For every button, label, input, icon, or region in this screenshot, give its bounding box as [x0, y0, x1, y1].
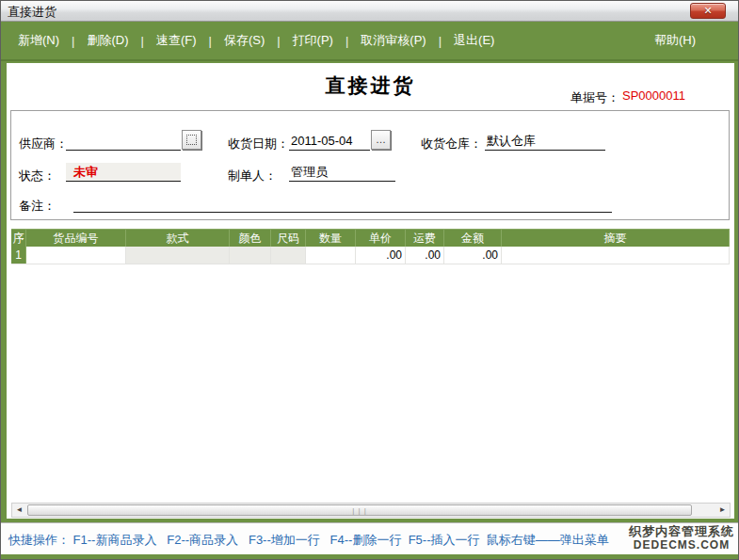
grid-cell[interactable] — [26, 247, 126, 264]
dotted-square-icon — [186, 135, 197, 145]
app-window: 直接进货 ✕ 新增(N)|删除(D)|速查(F)|保存(S)|打印(P)|取消审… — [0, 0, 739, 560]
close-button[interactable]: ✕ — [690, 3, 726, 19]
close-icon: ✕ — [703, 5, 712, 16]
watermark: 织梦内容管理系统 DEDECMS.COM — [629, 525, 734, 552]
toolbar-button-cancel-audit[interactable]: 取消审核(P) — [361, 32, 426, 49]
toolbar-button-save[interactable]: 保存(S) — [224, 32, 265, 49]
scroll-right-icon: ► — [719, 505, 727, 514]
toolbar-separator: | — [140, 34, 143, 48]
status-bar: 快捷操作： F1--新商品录入 F2--商品录入 F3--增加一行 F4--删除… — [1, 522, 739, 554]
status-label: 状态： — [19, 168, 56, 184]
shortcut-hints: 快捷操作： F1--新商品录入 F2--商品录入 F3--增加一行 F4--删除… — [8, 532, 609, 549]
warehouse-label: 收货仓库： — [421, 136, 482, 152]
toolbar-separator: | — [345, 34, 348, 48]
grid-cell[interactable] — [126, 247, 230, 264]
toolbar-items: 新增(N)|删除(D)|速查(F)|保存(S)|打印(P)|取消审核(P)|退出… — [18, 32, 494, 49]
warehouse-field[interactable]: 默认仓库 — [485, 132, 605, 151]
scrollbar-grip-icon: | | | — [352, 507, 367, 515]
content-frame: 直接进货 单据号： SP0000011 供应商： 收货日期： 2011-05-0… — [1, 61, 739, 522]
watermark-line1: 织梦内容管理系统 — [629, 525, 734, 538]
grid-cell: 1 — [11, 247, 26, 264]
ellipsis-icon: … — [376, 134, 386, 145]
grid-cell[interactable]: .00 — [444, 247, 502, 264]
status-value: 未审 — [66, 163, 181, 182]
table-row: 1.00.00.00 — [11, 247, 730, 264]
toolbar-button-new[interactable]: 新增(N) — [18, 32, 59, 49]
items-grid: 序货品编号款式颜色尺码数量单价运费金额摘要 1.00.00.00 — [11, 229, 730, 264]
horizontal-scrollbar[interactable]: ◄ | | | ► — [11, 503, 731, 518]
grid-column-header[interactable]: 尺码 — [271, 229, 306, 247]
toolbar-button-exit[interactable]: 退出(E) — [454, 32, 494, 49]
grid-column-header[interactable]: 款式 — [126, 229, 230, 247]
grid-column-header[interactable]: 运费 — [406, 229, 444, 247]
toolbar-separator: | — [439, 34, 442, 48]
remark-label: 备注： — [19, 198, 56, 215]
grid-cell[interactable] — [271, 247, 306, 264]
receive-date-field[interactable]: 2011-05-04 — [289, 132, 370, 151]
grid-header-row: 序货品编号款式颜色尺码数量单价运费金额摘要 — [11, 229, 730, 247]
content-area: 直接进货 单据号： SP0000011 供应商： 收货日期： 2011-05-0… — [7, 63, 734, 519]
grid-cell[interactable] — [230, 247, 271, 264]
grid-body: 1.00.00.00 — [11, 247, 730, 264]
supplier-label: 供应商： — [19, 136, 68, 152]
window-title: 直接进货 — [8, 4, 56, 21]
supplier-browse-button[interactable] — [182, 130, 201, 150]
receive-date-label: 收货日期： — [228, 136, 289, 152]
toolbar-separator: | — [72, 34, 74, 48]
scrollbar-thumb[interactable]: | | | — [27, 504, 692, 516]
scroll-left-button[interactable]: ◄ — [12, 504, 26, 517]
grid-column-header[interactable]: 货品编号 — [26, 229, 126, 247]
toolbar: 新增(N)|删除(D)|速查(F)|保存(S)|打印(P)|取消审核(P)|退出… — [1, 22, 738, 61]
grid-column-header[interactable]: 金额 — [444, 229, 502, 247]
toolbar-button-quick-search[interactable]: 速查(F) — [156, 32, 197, 49]
date-picker-button[interactable]: … — [371, 130, 391, 150]
scroll-right-button[interactable]: ► — [715, 504, 730, 517]
toolbar-separator: | — [208, 34, 211, 48]
grid-column-header[interactable]: 摘要 — [502, 229, 730, 247]
toolbar-button-delete[interactable]: 删除(D) — [87, 32, 128, 49]
title-bar: 直接进货 ✕ — [1, 1, 738, 22]
toolbar-separator: | — [277, 34, 280, 48]
scroll-left-icon: ◄ — [16, 505, 24, 514]
remark-field[interactable] — [73, 194, 612, 213]
grid-cell[interactable] — [502, 247, 730, 264]
doc-no-value: SP0000011 — [622, 88, 685, 103]
watermark-line2: DEDECMS.COM — [629, 538, 734, 552]
form-groupbox: 供应商： 收货日期： 2011-05-04 … 收货仓库： 默认仓库 状态： 未… — [10, 110, 730, 220]
grid-cell[interactable]: .00 — [406, 247, 444, 264]
grid-column-header[interactable]: 序 — [11, 229, 26, 247]
creator-label: 制单人： — [228, 168, 277, 184]
grid-cell[interactable] — [306, 247, 356, 264]
grid-column-header[interactable]: 单价 — [356, 229, 406, 247]
creator-field[interactable]: 管理员 — [289, 163, 395, 182]
grid-cell[interactable]: .00 — [356, 247, 406, 264]
grid-column-header[interactable]: 颜色 — [230, 229, 271, 247]
grid-column-header[interactable]: 数量 — [306, 229, 356, 247]
toolbar-button-help[interactable]: 帮助(H) — [654, 32, 696, 49]
doc-no-label: 单据号： — [570, 89, 619, 106]
toolbar-button-print[interactable]: 打印(P) — [293, 32, 333, 49]
supplier-field[interactable] — [66, 132, 181, 151]
